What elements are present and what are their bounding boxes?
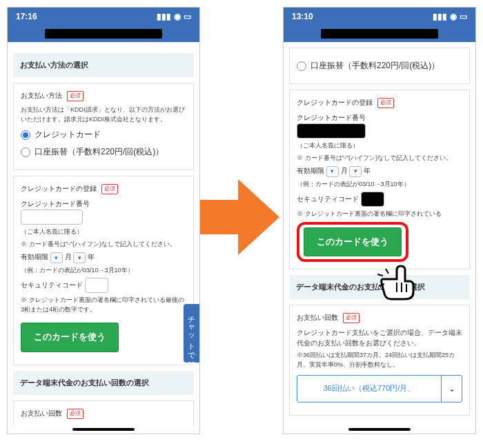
radio-icon: [297, 61, 306, 71]
expiry-example: （例：カードの表記が03/10→3月10年）: [21, 266, 186, 276]
signal-icon: ▮▮▮: [433, 12, 447, 21]
phone-right: 13:10 ▮▮▮ ◉ ▭ 口座振替（手数料220円/回(税込)） クレジットカ…: [283, 7, 476, 434]
month-unit: 月: [65, 253, 72, 261]
cc-register-label: クレジットカードの登録: [297, 99, 373, 106]
cc-register-label: クレジットカードの登録: [21, 185, 97, 192]
highlight-frame: このカードを使う: [297, 222, 408, 263]
status-time: 17:16: [16, 12, 37, 21]
cc-number-label: クレジットカード番号: [297, 112, 462, 123]
security-code-input[interactable]: [85, 278, 108, 293]
radio-icon: [21, 130, 30, 140]
home-indicator: [72, 428, 135, 431]
expiry-label: 有効期限: [21, 253, 48, 261]
battery-icon: ▭: [184, 12, 191, 21]
use-card-button[interactable]: このカードを使う: [21, 323, 119, 352]
status-icons: ▮▮▮ ◉ ▭: [433, 12, 467, 21]
payment-method-label: お支払い方法: [21, 92, 62, 99]
expiry-year-select[interactable]: ▾: [349, 166, 362, 177]
content-left: お支払い方法の選択 お支払い方法 必須 お支払い方法は「KDDI請求」となり、以…: [8, 42, 199, 434]
expiry-label: 有効期限: [297, 167, 324, 174]
select-text: 36回払い（税込770円/月、: [297, 376, 441, 402]
wifi-icon: ◉: [450, 12, 457, 21]
expiry-example: （例：カードの表記が03/10→3月10年）: [297, 180, 462, 190]
cc-hyphen-note: ※ カード番号は"-"(ハイフン)なしで記入してください。: [21, 240, 186, 250]
section-payment-method: お支払い方法の選択: [13, 53, 194, 77]
cc-number-label: クレジットカード番号: [21, 198, 186, 210]
chat-tab[interactable]: チャットで質問: [184, 304, 199, 363]
pay-count-note2: ※36回払いは支払期間37カ月。24回払いは支払期間25カ月。実質年率0%、分割…: [297, 351, 462, 369]
status-bar: 17:16 ▮▮▮ ◉ ▭: [8, 8, 199, 26]
payment-method-box: 口座振替（手数料220円/回(税込)）: [289, 48, 470, 84]
required-badge: 必須: [67, 91, 83, 101]
cc-number-input[interactable]: [297, 123, 366, 139]
expiry-year-select[interactable]: ▾: [73, 252, 86, 263]
year-unit: 年: [88, 253, 95, 261]
url-bar: [8, 26, 199, 42]
status-time: 13:10: [292, 12, 313, 21]
use-card-button[interactable]: このカードを使う: [304, 227, 402, 257]
expiry-month-select[interactable]: ▾: [326, 166, 339, 177]
month-unit: 月: [341, 167, 348, 174]
pay-count-label: お支払い回数: [21, 409, 62, 417]
radio-bank-transfer[interactable]: 口座振替（手数料220円/回(税込)）: [297, 59, 462, 72]
redacted-url: [321, 29, 438, 39]
radio-icon: [21, 147, 30, 157]
required-badge: 必須: [67, 409, 83, 419]
cc-hyphen-note: ※ カード番号は"-"(ハイフン)なしで記入してください。: [297, 154, 462, 163]
security-label: セキュリティコード: [21, 281, 83, 289]
radio-label: 口座振替（手数料220円/回(税込)）: [34, 145, 164, 159]
radio-label: クレジットカード: [34, 128, 101, 141]
cc-register-box: クレジットカードの登録 必須 クレジットカード番号 （ご本人名義に限る） ※ カ…: [13, 176, 194, 365]
home-indicator: [348, 428, 411, 431]
status-icons: ▮▮▮ ◉ ▭: [157, 12, 191, 21]
pay-count-box: お支払い回数 必須: [13, 400, 194, 426]
radio-label: 口座振替（手数料220円/回(税込)）: [310, 59, 440, 72]
signal-icon: ▮▮▮: [157, 12, 171, 21]
cc-register-box: クレジットカードの登録 必須 クレジットカード番号 （ご本人名義に限る） ※ カ…: [289, 90, 470, 269]
chevron-down-icon: ⌄: [441, 376, 462, 402]
arrow-icon: [200, 179, 283, 255]
redacted-url: [45, 29, 162, 39]
required-badge: 必須: [343, 313, 359, 323]
required-badge: 必須: [377, 98, 394, 108]
url-bar: [284, 26, 475, 42]
pay-count-select[interactable]: 36回払い（税込770円/月、 ⌄: [297, 375, 462, 403]
pay-count-note1: クレジットカード支払いをご選択の場合、データ端末代金のお支払い回数をお選びくださ…: [297, 327, 462, 348]
pay-count-box: お支払い回数 必須 クレジットカード支払いをご選択の場合、データ端末代金のお支払…: [289, 305, 470, 416]
expiry-month-select[interactable]: ▾: [50, 252, 63, 263]
security-note: ※ クレジットカード裏面の署名欄に印字されている: [297, 210, 462, 219]
section-device-pay: データ端末代金のお支払い回数の選択: [13, 371, 194, 395]
battery-icon: ▭: [460, 12, 467, 21]
cc-name-note: （ご本人名義に限る）: [297, 141, 462, 151]
cc-number-input[interactable]: [21, 210, 83, 225]
security-code-input[interactable]: [361, 192, 384, 207]
wifi-icon: ◉: [174, 12, 181, 21]
radio-credit-card[interactable]: クレジットカード: [21, 128, 186, 141]
required-badge: 必須: [101, 184, 118, 194]
status-bar: 13:10 ▮▮▮ ◉ ▭: [284, 8, 475, 26]
payment-method-note: お支払い方法は「KDDI請求」となり、以下の方法がお選びいただけます。請求元はK…: [21, 105, 186, 124]
content-right: 口座振替（手数料220円/回(税込)） クレジットカードの登録 必須 クレジット…: [284, 42, 475, 434]
pointer-hand-icon: [376, 262, 424, 303]
year-unit: 年: [364, 167, 371, 174]
radio-bank-transfer[interactable]: 口座振替（手数料220円/回(税込)）: [21, 145, 186, 159]
security-label: セキュリティコード: [297, 195, 359, 203]
payment-method-box: お支払い方法 必須 お支払い方法は「KDDI請求」となり、以下の方法がお選びいた…: [13, 83, 194, 170]
phone-left: 17:16 ▮▮▮ ◉ ▭ お支払い方法の選択 お支払い方法 必須 お支払い方法…: [7, 7, 200, 434]
pay-count-label: お支払い回数: [297, 314, 338, 321]
cc-name-note: （ご本人名義に限る）: [21, 227, 186, 237]
security-note: ※ クレジットカード裏面の署名欄に印字されている最後の3桁または4桁の数字です。: [21, 296, 186, 314]
